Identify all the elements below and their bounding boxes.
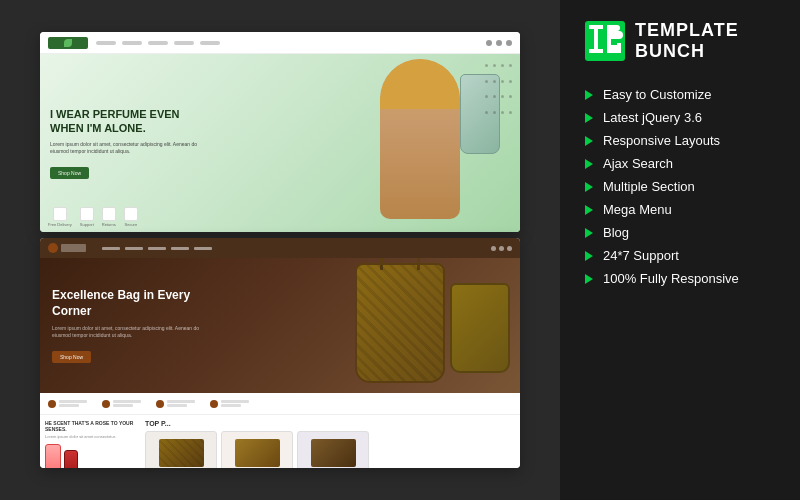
brand-logo bbox=[585, 21, 625, 61]
t2-products-row: $49.99 $79.99 $59.99 bbox=[145, 431, 515, 468]
feature-label-0: Easy to Customize bbox=[603, 87, 711, 102]
t2-nav-icons bbox=[491, 246, 512, 251]
t2-left-content: HE SCENT THAT'S A ROSE TO YOUR SENSES. L… bbox=[40, 415, 140, 468]
feature-label-4: Multiple Section bbox=[603, 179, 695, 194]
t2-bag-pattern bbox=[357, 265, 443, 381]
right-panel: TEMPLATE BUNCH Easy to Customize Latest … bbox=[560, 0, 800, 500]
feature-label-5: Mega Menu bbox=[603, 202, 672, 217]
feature-label-7: 24*7 Support bbox=[603, 248, 679, 263]
arrow-icon-6 bbox=[585, 228, 593, 238]
feature-label-8: 100% Fully Responsive bbox=[603, 271, 739, 286]
t2-categories-section: TOP P... $49.99 $79.99 bbox=[140, 415, 520, 468]
t1-nav-link bbox=[122, 41, 142, 45]
feature-label-2: Responsive Layouts bbox=[603, 133, 720, 148]
t2-delivery-text bbox=[59, 400, 87, 407]
t1-cta-button[interactable]: Shop Now bbox=[50, 167, 89, 179]
t2-nav-link bbox=[125, 247, 143, 250]
t2-support-text bbox=[221, 400, 249, 407]
t1-search-icon bbox=[486, 40, 492, 46]
svg-rect-2 bbox=[594, 29, 598, 43]
t2-nav-link bbox=[102, 247, 120, 250]
t2-product-img-1 bbox=[159, 439, 204, 467]
t1-returns-label: Returns bbox=[102, 222, 116, 227]
t2-nav-link bbox=[194, 247, 212, 250]
t1-feature-support: Support bbox=[80, 207, 94, 227]
arrow-icon-1 bbox=[585, 113, 593, 123]
t2-payment-icon bbox=[102, 400, 110, 408]
svg-rect-9 bbox=[607, 45, 621, 49]
t2-features-bar bbox=[40, 393, 520, 415]
t2-hero-subtitle: Lorem ipsum dolor sit amet, consectetur … bbox=[52, 325, 202, 339]
feature-label-6: Blog bbox=[603, 225, 629, 240]
t1-woman-hair bbox=[380, 59, 460, 109]
t2-returns-icon bbox=[156, 400, 164, 408]
preview-panel: I WEAR PERFUME EVEN WHEN I'M ALONE. Lore… bbox=[0, 0, 560, 500]
t1-nav-links bbox=[96, 41, 478, 45]
t1-feature-delivery: Free Delivery bbox=[48, 207, 72, 227]
template-1-preview: I WEAR PERFUME EVEN WHEN I'M ALONE. Lore… bbox=[40, 32, 520, 232]
t1-delivery-icon bbox=[53, 207, 67, 221]
t1-nav-icons bbox=[486, 40, 512, 46]
t1-hero-text: I WEAR PERFUME EVEN WHEN I'M ALONE. Lore… bbox=[50, 107, 210, 180]
t2-hero-text: Excellence Bag in Every Corner Lorem ips… bbox=[52, 288, 202, 362]
t2-product-card-2: $79.99 bbox=[221, 431, 293, 468]
feature-item-0: Easy to Customize bbox=[585, 87, 780, 102]
svg-rect-5 bbox=[594, 43, 598, 49]
t2-nav-link bbox=[148, 247, 166, 250]
t1-logo bbox=[48, 37, 88, 49]
t1-hero: I WEAR PERFUME EVEN WHEN I'M ALONE. Lore… bbox=[40, 54, 520, 232]
t1-returns-icon bbox=[102, 207, 116, 221]
arrow-icon-7 bbox=[585, 251, 593, 261]
feature-label-1: Latest jQuery 3.6 bbox=[603, 110, 702, 125]
svg-rect-6 bbox=[607, 49, 621, 53]
t2-returns-text bbox=[167, 400, 195, 407]
t2-perfume-bottles bbox=[45, 444, 135, 468]
t2-bag-main bbox=[355, 263, 445, 383]
t1-nav-link bbox=[174, 41, 194, 45]
template-previews: I WEAR PERFUME EVEN WHEN I'M ALONE. Lore… bbox=[0, 0, 560, 500]
t1-features: Free Delivery Support Returns Secure bbox=[48, 207, 138, 227]
t1-nav-link bbox=[96, 41, 116, 45]
feature-item-4: Multiple Section bbox=[585, 179, 780, 194]
t2-cart-icon bbox=[507, 246, 512, 251]
feature-item-5: Mega Menu bbox=[585, 202, 780, 217]
t2-feat-delivery bbox=[48, 400, 87, 408]
t2-cta-button[interactable]: Shop Now bbox=[52, 351, 91, 363]
t2-categories-label: TOP P... bbox=[145, 420, 515, 427]
feature-item-1: Latest jQuery 3.6 bbox=[585, 110, 780, 125]
arrow-icon-5 bbox=[585, 205, 593, 215]
template-2-preview: Excellence Bag in Every Corner Lorem ips… bbox=[40, 238, 520, 468]
arrow-icon-8 bbox=[585, 274, 593, 284]
t2-feat-payment bbox=[102, 400, 141, 408]
t2-product-img-2 bbox=[235, 439, 280, 467]
t1-cart-icon bbox=[506, 40, 512, 46]
arrow-icon-4 bbox=[585, 182, 593, 192]
t2-nav-link bbox=[171, 247, 189, 250]
svg-rect-4 bbox=[589, 49, 603, 53]
t2-bottom-section: HE SCENT THAT'S A ROSE TO YOUR SENSES. L… bbox=[40, 415, 520, 468]
t2-left-subtitle: Lorem ipsum dolor sit amet consectetur. bbox=[45, 434, 135, 439]
t1-hero-title: I WEAR PERFUME EVEN WHEN I'M ALONE. bbox=[50, 107, 210, 136]
feature-item-8: 100% Fully Responsive bbox=[585, 271, 780, 286]
t1-logo-icon bbox=[64, 39, 72, 47]
arrow-icon-2 bbox=[585, 136, 593, 146]
t1-feature-secure: Secure bbox=[124, 207, 138, 227]
t1-dots-decoration bbox=[485, 64, 515, 124]
t1-nav-link bbox=[200, 41, 220, 45]
feature-item-6: Blog bbox=[585, 225, 780, 240]
t1-support-label: Support bbox=[80, 222, 94, 227]
t2-user-icon bbox=[499, 246, 504, 251]
t1-secure-icon bbox=[124, 207, 138, 221]
t2-bags bbox=[355, 263, 510, 383]
feature-item-2: Responsive Layouts bbox=[585, 133, 780, 148]
t1-nav-link bbox=[148, 41, 168, 45]
t2-product-img-3 bbox=[311, 439, 356, 467]
brand-logo-svg bbox=[585, 21, 625, 61]
t1-support-icon bbox=[80, 207, 94, 221]
t2-product-card: $49.99 bbox=[145, 431, 217, 468]
feature-item-7: 24*7 Support bbox=[585, 248, 780, 263]
t2-left-title: HE SCENT THAT'S A ROSE TO YOUR SENSES. bbox=[45, 420, 135, 432]
t2-bag-small bbox=[450, 283, 510, 373]
brand-header: TEMPLATE BUNCH bbox=[585, 20, 780, 62]
t2-hero: Excellence Bag in Every Corner Lorem ips… bbox=[40, 258, 520, 393]
